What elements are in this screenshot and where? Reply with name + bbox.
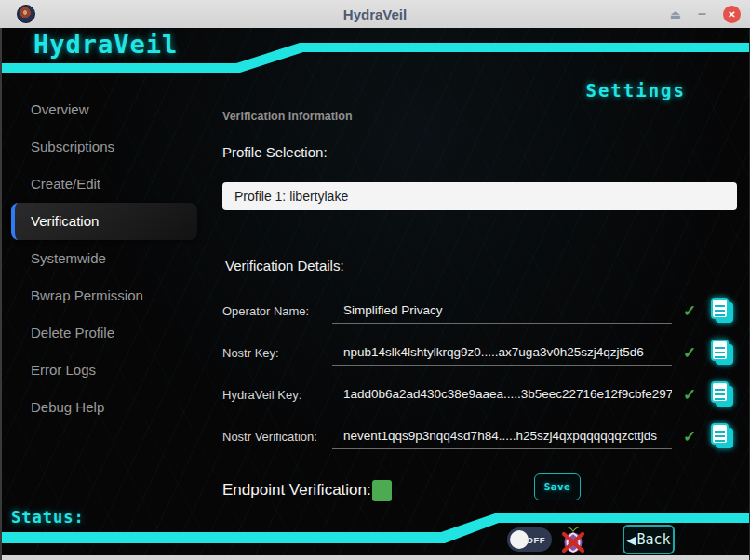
- close-icon[interactable]: ✕: [723, 6, 741, 23]
- nostr-verification-label: Nostr Verification:: [222, 430, 317, 444]
- sidebar-item-create-edit[interactable]: Create/Edit: [11, 166, 197, 203]
- sidebar-item-subscriptions[interactable]: Subscriptions: [11, 128, 197, 166]
- operator-name-input[interactable]: Simplified Privacy: [332, 300, 672, 324]
- endpoint-status-indicator: [372, 480, 392, 501]
- copy-icon[interactable]: [710, 298, 735, 324]
- tor-disabled-icon[interactable]: [559, 526, 587, 554]
- nostr-key-label: Nostr Key:: [222, 346, 279, 360]
- nostr-verification-input[interactable]: nevent1qqs9p3nqq4sd7h84.....h25szj4qxpqq…: [332, 425, 672, 449]
- copy-icon-front-sheet: [711, 340, 729, 361]
- sidebar-item-debug-help[interactable]: Debug Help: [11, 389, 197, 426]
- sidebar-item-overview[interactable]: Overview: [11, 91, 197, 128]
- endpoint-verification-label: Endpoint Verification:: [222, 481, 371, 500]
- maximize-icon[interactable]: ⏏: [670, 7, 681, 21]
- sidebar-item-systemwide[interactable]: Systemwide: [11, 240, 197, 277]
- status-label: Status:: [11, 508, 85, 527]
- titlebar: HydraVeil ⏏ – ✕: [0, 0, 750, 28]
- back-button[interactable]: ◀ Back: [623, 525, 675, 554]
- section-label: Verification Information: [222, 110, 353, 123]
- app-logo-text: HydraVeil: [33, 30, 178, 59]
- back-arrow-icon: ◀: [626, 533, 636, 547]
- app-window: HydraVeil Settings Overview Subscription…: [0, 28, 750, 560]
- nostr-key-input[interactable]: npub14slk4lshtylkrqg9z0.....ax7uga3v0h25…: [332, 341, 672, 366]
- hydraveil-key-input[interactable]: 1add0b6a2ad430c38e9aaea.....3b5eec22716e…: [332, 383, 672, 407]
- profile-selection-label: Profile Selection:: [222, 144, 328, 160]
- hydraveil-key-label: HydraVeil Key:: [222, 388, 301, 402]
- copy-icon[interactable]: [710, 423, 735, 449]
- copy-icon-front-sheet: [711, 298, 729, 319]
- sidebar-item-verification[interactable]: Verification: [11, 203, 197, 240]
- sidebar-item-delete-profile[interactable]: Delete Profile: [11, 314, 197, 352]
- minimize-icon[interactable]: –: [698, 9, 706, 19]
- copy-icon-front-sheet: [711, 381, 729, 403]
- window-controls: ⏏ – ✕: [670, 0, 741, 28]
- profile-select[interactable]: Profile 1: libertylake: [222, 182, 737, 210]
- field-row-hydraveil-key: HydraVeil Key: 1add0b6a2ad430c38e9aaea..…: [222, 383, 737, 407]
- back-button-label: Back: [636, 531, 670, 548]
- toggle-state-label: OFF: [527, 535, 546, 545]
- sidebar-item-bwrap-permission[interactable]: Bwrap Permission: [11, 277, 197, 314]
- save-button[interactable]: Save: [534, 473, 581, 500]
- field-row-operator-name: Operator Name: Simplified Privacy ✓: [222, 300, 737, 324]
- field-row-nostr-verification: Nostr Verification: nevent1qqs9p3nqq4sd7…: [222, 425, 737, 449]
- check-icon: ✓: [678, 427, 701, 447]
- copy-icon[interactable]: [710, 381, 735, 407]
- check-icon: ✓: [678, 343, 701, 363]
- verification-details-label: Verification Details:: [225, 258, 344, 273]
- operator-name-label: Operator Name:: [222, 304, 309, 318]
- check-icon: ✓: [678, 385, 701, 405]
- page-title: Settings: [585, 80, 686, 100]
- sidebar-item-error-logs[interactable]: Error Logs: [11, 352, 197, 389]
- copy-icon-front-sheet: [711, 423, 729, 445]
- window-bottom-edge: [2, 555, 749, 560]
- copy-icon[interactable]: [710, 340, 735, 366]
- off-toggle[interactable]: OFF: [507, 527, 552, 552]
- sidebar-nav: Overview Subscriptions Create/Edit Verif…: [11, 91, 197, 426]
- field-row-nostr-key: Nostr Key: npub14slk4lshtylkrqg9z0.....a…: [222, 341, 737, 366]
- check-icon: ✓: [678, 301, 701, 321]
- window-title: HydraVeil: [0, 7, 750, 22]
- app-logo-icon: [17, 5, 35, 23]
